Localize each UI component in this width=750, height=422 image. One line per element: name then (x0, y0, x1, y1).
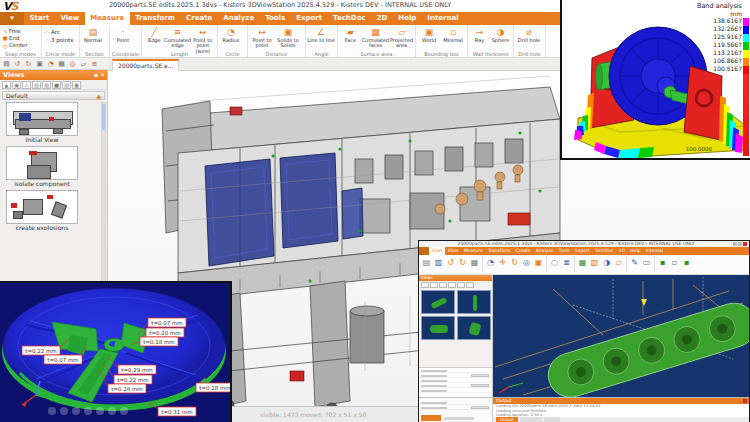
view-tool-icon[interactable]: ▫ (22, 81, 31, 89)
ray-button[interactable]: →Ray (469, 26, 490, 49)
views-icon[interactable]: ▱ (79, 60, 88, 68)
snap-free-button[interactable]: ↘Free (1, 27, 28, 34)
point-to-point-button[interactable]: ↔Point to point (249, 26, 275, 49)
app-menu-button[interactable]: ▾ (0, 12, 24, 25)
view-tool-icon[interactable]: ▲ (2, 81, 11, 89)
fit-icon[interactable]: ▦ (57, 60, 66, 68)
win2-tab[interactable]: Start (429, 247, 445, 255)
checkbox-icon[interactable]: ▪ (681, 256, 692, 269)
document-tab[interactable]: 20000parts.SE.e... (112, 59, 179, 71)
mini-tool-icon[interactable] (439, 282, 447, 288)
tab-view[interactable]: View (55, 12, 85, 25)
point-to-point-wire-button[interactable]: ↔Point to point (wire) (190, 26, 216, 49)
mini-tool-icon[interactable] (421, 282, 429, 288)
projected-area-button[interactable]: ▱Projected area (389, 26, 414, 49)
close-button[interactable] (743, 242, 747, 246)
close-icon[interactable] (743, 399, 747, 403)
tab-analyze[interactable]: Analyze (218, 12, 260, 25)
win2-tab[interactable]: Internal (643, 247, 666, 255)
search-icon[interactable]: ○ (549, 256, 560, 269)
win2-tab[interactable]: TechDoc (592, 247, 616, 255)
views-section-default[interactable]: Default▲ (2, 91, 105, 100)
zoom-in-icon[interactable]: ◔ (485, 256, 496, 269)
select-icon[interactable]: ▣ (533, 256, 544, 269)
rotate-icon[interactable]: ↻ (509, 256, 520, 269)
save-icon[interactable]: ▤ (2, 60, 11, 68)
undo-icon[interactable]: ↺ (13, 60, 22, 68)
view-tool-icon[interactable]: ▧ (32, 81, 41, 89)
win2-view-thumbnail[interactable] (421, 290, 455, 314)
win2-tab[interactable]: Help (628, 247, 643, 255)
option-icon[interactable]: ▫ (669, 256, 680, 269)
save-icon[interactable]: ▥ (433, 256, 444, 269)
win2-3d-viewport[interactable] (493, 275, 749, 397)
zoom-icon[interactable]: ◔ (46, 60, 55, 68)
win2-view-thumbnail[interactable] (457, 316, 491, 340)
sphere-button[interactable]: ◑Sphere (490, 26, 511, 49)
tab-tools[interactable]: Tools (260, 12, 291, 25)
arc-button[interactable]: ◠Arc (43, 28, 73, 36)
camera-icon[interactable]: ▧ (589, 256, 600, 269)
open-icon[interactable]: ▤ (421, 256, 432, 269)
minimal-button[interactable]: ▫Minimal (441, 26, 465, 49)
mini-tool-icon[interactable] (448, 282, 456, 288)
fit-icon[interactable]: ◎ (521, 256, 532, 269)
tab-internal[interactable]: Internal (422, 12, 464, 25)
checkbox-icon[interactable]: ▪ (657, 256, 668, 269)
view-thumbnail-isolate[interactable] (6, 146, 78, 180)
tab-2d[interactable]: 2D (371, 12, 393, 25)
view-tool-icon[interactable]: ▩ (72, 81, 81, 89)
view-thumbnail-explosion[interactable] (6, 190, 78, 224)
tab-transform[interactable]: Transform (130, 12, 181, 25)
view-tool-icon[interactable]: ▥ (42, 81, 51, 89)
win2-tab[interactable]: Transform (485, 247, 513, 255)
note-icon[interactable]: ▭ (641, 256, 652, 269)
home-view-icon[interactable]: ◎ (68, 60, 77, 68)
clip-icon[interactable]: ▱ (613, 256, 624, 269)
win2-tab-placeholder[interactable] (520, 417, 542, 422)
tab-create[interactable]: Create (181, 12, 218, 25)
win2-prop-row[interactable] (419, 388, 492, 393)
select-icon[interactable]: ▣ (35, 60, 44, 68)
undo-icon[interactable]: ↺ (445, 256, 456, 269)
win2-tab[interactable]: Analyze (533, 247, 556, 255)
mini-tool-icon[interactable] (466, 282, 474, 288)
world-button[interactable]: ▣World (417, 26, 441, 49)
mini-tool-icon[interactable] (457, 282, 465, 288)
tab-start[interactable]: Start (24, 12, 55, 25)
edge-button[interactable]: ╱Edge (143, 26, 166, 49)
win2-view-thumbnail[interactable] (421, 316, 455, 340)
win2-tab[interactable]: Tools (556, 247, 572, 255)
win2-view-thumbnail[interactable] (457, 290, 491, 314)
point-button[interactable]: ·Point (111, 26, 135, 49)
views-grid-icon[interactable]: ▦ (577, 256, 588, 269)
solids-to-solids-button[interactable]: ▣Solids to Solids (275, 26, 301, 49)
render-icon[interactable]: ◑ (601, 256, 612, 269)
drill-hole-button[interactable]: ⌀Drill hole (515, 26, 543, 49)
structure-icon[interactable]: ≣ (561, 256, 572, 269)
tab-help[interactable]: Help (393, 12, 422, 25)
win2-tab[interactable]: Create (513, 247, 533, 255)
markup-icon[interactable]: ✎ (629, 256, 640, 269)
three-points-button[interactable]: ∴3 points (43, 36, 73, 44)
tab-measure[interactable]: Measure (85, 12, 130, 25)
mini-tool-icon[interactable] (430, 282, 438, 288)
line-to-line-button[interactable]: ∠Line to line (307, 26, 335, 49)
view-tool-icon[interactable]: ▣ (12, 81, 21, 89)
radius-button[interactable]: ◔Radius (219, 26, 243, 49)
tab-export[interactable]: Export (291, 12, 328, 25)
settings-icon[interactable]: ≡ (90, 60, 99, 68)
view-tool-icon[interactable]: ■ (52, 81, 61, 89)
cumulated-edge-button[interactable]: ≡Cumulated edge (166, 26, 190, 49)
win2-tab[interactable]: Measure (461, 247, 485, 255)
pan-icon[interactable]: ✛ (497, 256, 508, 269)
close-icon[interactable]: ✕ (100, 71, 105, 78)
win2-filter-chip[interactable] (421, 415, 441, 421)
cumulated-faces-button[interactable]: ▦Cumulated faces (362, 26, 389, 49)
redo-icon[interactable]: ↻ (457, 256, 468, 269)
win2-output-tab[interactable]: Output (496, 417, 518, 422)
print-icon[interactable]: ▦ (469, 256, 480, 269)
win2-app-menu-button[interactable] (419, 247, 429, 255)
redo-icon[interactable]: ↻ (24, 60, 33, 68)
maximize-button[interactable] (738, 242, 742, 246)
